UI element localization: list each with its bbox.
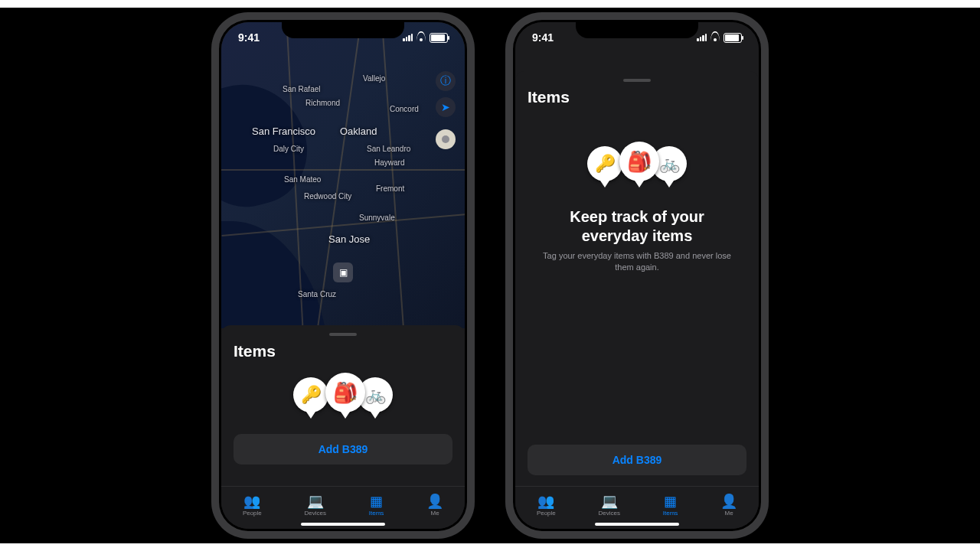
- city-label: Redwood City: [304, 192, 351, 201]
- backpack-icon: 🎒: [325, 373, 365, 412]
- tab-label: Devices: [305, 510, 326, 517]
- tab-items[interactable]: ▦Items: [369, 494, 384, 517]
- map-locate-button[interactable]: ➤: [436, 97, 456, 117]
- home-indicator[interactable]: [301, 523, 385, 526]
- city-label: Hayward: [374, 158, 404, 167]
- city-label: Oakland: [340, 126, 377, 137]
- backpack-icon: 🎒: [619, 142, 659, 181]
- key-icon: 🔑: [587, 146, 622, 181]
- wifi-icon: [710, 34, 720, 41]
- tab-label: Items: [663, 510, 678, 517]
- tab-devices[interactable]: 💻Devices: [599, 494, 620, 517]
- add-item-button[interactable]: Add B389: [528, 445, 746, 475]
- items-sheet-expanded[interactable]: Items 🔑 🎒 🚲 Keep track of your everyday …: [515, 71, 759, 486]
- map-pin-button[interactable]: [436, 129, 456, 149]
- items-icon: ▦: [370, 494, 383, 508]
- sheet-grabber[interactable]: [623, 79, 651, 82]
- city-label: San Jose: [328, 233, 370, 245]
- notch: [282, 20, 404, 38]
- item-pins-graphic: 🔑 🎒 🚲: [293, 373, 393, 426]
- tab-label: Me: [431, 510, 439, 517]
- status-time: 9:41: [238, 31, 260, 44]
- tab-items[interactable]: ▦Items: [663, 494, 678, 517]
- city-label: Sunnyvale: [359, 214, 395, 222]
- add-item-button[interactable]: Add B389: [234, 434, 452, 465]
- home-indicator[interactable]: [595, 523, 679, 526]
- key-icon: 🔑: [293, 377, 328, 412]
- me-icon: 👤: [426, 494, 443, 508]
- battery-icon: [724, 33, 742, 43]
- city-label: Fremont: [376, 184, 404, 193]
- city-label: San Francisco: [252, 126, 315, 137]
- tab-me[interactable]: 👤Me: [426, 494, 443, 517]
- tab-me[interactable]: 👤Me: [720, 494, 737, 517]
- item-pins-graphic: 🔑 🎒 🚲: [587, 142, 687, 195]
- phone-right: 9:41 Items 🔑 🎒 🚲 Keep track of your ever…: [505, 12, 769, 539]
- tab-devices[interactable]: 💻Devices: [305, 494, 326, 517]
- city-label: San Rafael: [283, 85, 320, 93]
- wifi-icon: [416, 34, 426, 41]
- tab-people[interactable]: 👥People: [537, 494, 556, 517]
- phone-left: VallejoSan RafaelRichmondConcordSan Fran…: [211, 12, 475, 539]
- sheet-title: Items: [528, 88, 746, 106]
- me-icon: 👤: [720, 494, 737, 508]
- devices-icon: 💻: [601, 494, 618, 508]
- cellular-icon: [403, 34, 413, 41]
- items-sheet[interactable]: Items 🔑 🎒 🚲 Add B389: [221, 325, 465, 486]
- city-label: Santa Cruz: [298, 290, 336, 298]
- cellular-icon: [697, 34, 707, 41]
- map-info-button[interactable]: ⓘ: [436, 71, 456, 91]
- tab-people[interactable]: 👥People: [243, 494, 262, 517]
- tab-label: Me: [725, 510, 733, 517]
- city-label: Richmond: [305, 99, 340, 107]
- sheet-title: Items: [234, 342, 452, 360]
- city-label: Vallejo: [363, 74, 385, 83]
- devices-icon: 💻: [307, 494, 324, 508]
- tab-label: Devices: [599, 510, 620, 517]
- people-icon: 👥: [537, 494, 554, 508]
- tab-label: Items: [369, 510, 384, 517]
- map-view[interactable]: VallejoSan RafaelRichmondConcordSan Fran…: [221, 22, 465, 328]
- onboarding-subhead: Tag your everyday items with B389 and ne…: [535, 250, 739, 274]
- tab-label: People: [537, 510, 556, 517]
- city-label: Concord: [390, 105, 419, 113]
- battery-icon: [430, 33, 448, 43]
- people-icon: 👥: [243, 494, 260, 508]
- city-label: San Leandro: [367, 145, 410, 153]
- city-label: Daly City: [273, 145, 304, 153]
- tab-label: People: [243, 510, 262, 517]
- map-layers-button[interactable]: ▣: [333, 262, 353, 282]
- items-icon: ▦: [664, 494, 677, 508]
- notch: [576, 20, 698, 38]
- status-time: 9:41: [532, 31, 554, 44]
- sheet-grabber[interactable]: [329, 333, 357, 336]
- onboarding-headline: Keep track of your everyday items: [543, 207, 731, 246]
- city-label: San Mateo: [284, 175, 321, 184]
